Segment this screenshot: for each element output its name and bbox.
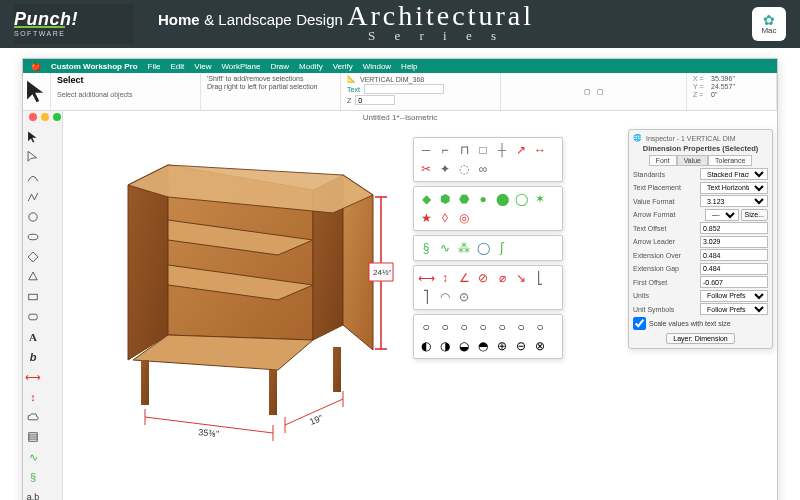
- prop-arrow[interactable]: —◀: [705, 209, 739, 221]
- size-button[interactable]: Size...: [741, 209, 768, 221]
- swirl-icon[interactable]: §: [418, 240, 434, 256]
- tool-cloud[interactable]: [24, 408, 42, 426]
- tool-polyline[interactable]: [24, 188, 42, 206]
- c-icon[interactable]: ⊗: [532, 338, 548, 354]
- menu-app[interactable]: Custom Workshop Pro: [51, 62, 138, 71]
- tool-helix[interactable]: §: [24, 468, 42, 486]
- c-icon[interactable]: ○: [513, 319, 529, 335]
- close-icon[interactable]: [29, 113, 37, 121]
- open-icon[interactable]: ◠: [437, 289, 453, 305]
- gstar-icon[interactable]: ✶: [532, 191, 548, 207]
- c-icon[interactable]: ○: [418, 319, 434, 335]
- menu-file[interactable]: File: [148, 62, 161, 71]
- dblarr-icon[interactable]: ↔: [532, 142, 548, 158]
- c-icon[interactable]: ○: [475, 319, 491, 335]
- layer-button[interactable]: Layer: Dimension: [666, 333, 734, 344]
- tool-dna[interactable]: ∿: [24, 448, 42, 466]
- flyout-lines[interactable]: ─ ⌐ ⊓ □ ┼ ↗ ↔ ✂ ✦ ◌ ∞: [413, 137, 563, 182]
- dna-icon[interactable]: ∿: [437, 240, 453, 256]
- c-icon[interactable]: ◓: [475, 338, 491, 354]
- menu-draw[interactable]: Draw: [270, 62, 289, 71]
- prop-firstoffset[interactable]: [700, 276, 768, 288]
- prism3-icon[interactable]: ⬣: [456, 191, 472, 207]
- tool-ellipse[interactable]: [24, 228, 42, 246]
- inspector-panel[interactable]: 🌐Inspector - 1 VERTICAL DIM Dimension Pr…: [628, 129, 773, 349]
- menu-edit[interactable]: Edit: [170, 62, 184, 71]
- tool-dim-v[interactable]: ↕: [24, 388, 42, 406]
- prism1-icon[interactable]: ◆: [418, 191, 434, 207]
- tool-line[interactable]: [24, 168, 42, 186]
- tool-arc[interactable]: [24, 268, 42, 286]
- inspector-tabs[interactable]: Font Value Tolerance: [633, 155, 768, 166]
- tool-text[interactable]: A: [24, 328, 42, 346]
- tool-bold[interactable]: b: [24, 348, 42, 366]
- arrow-icon[interactable]: ↗: [513, 142, 529, 158]
- prop-valueformat[interactable]: 3.123: [700, 195, 768, 207]
- window-traffic-lights[interactable]: [29, 113, 61, 121]
- zoom-icon[interactable]: [53, 113, 61, 121]
- cutline-icon[interactable]: ✂: [418, 161, 434, 177]
- viewport-3d[interactable]: 35⅜" 19" 24½" ─ ⌐ ⊓: [63, 111, 777, 500]
- prism2-icon[interactable]: ⬢: [437, 191, 453, 207]
- c-icon[interactable]: ○: [532, 319, 548, 335]
- prop-extgap[interactable]: [700, 263, 768, 275]
- c-icon[interactable]: ○: [494, 319, 510, 335]
- tab-font[interactable]: Font: [649, 155, 677, 166]
- cylinder-icon[interactable]: ●: [475, 191, 491, 207]
- rstar-icon[interactable]: ★: [418, 210, 434, 226]
- apple-menu-icon[interactable]: 🍎: [31, 62, 41, 71]
- minimize-icon[interactable]: [41, 113, 49, 121]
- plus-icon[interactable]: ┼: [494, 142, 510, 158]
- flyout-dimensions[interactable]: ⟷ ↕ ∠ ⊘ ⌀ ↘ ⎣ ⎤ ◠ ⊙: [413, 265, 563, 310]
- menu-help[interactable]: Help: [401, 62, 417, 71]
- scale-checkbox[interactable]: [633, 317, 646, 330]
- flyout-curves[interactable]: § ∿ ⁂ ◯ ʃ: [413, 235, 563, 261]
- bracket2-icon[interactable]: ⎤: [418, 289, 434, 305]
- ring-icon[interactable]: ◯: [475, 240, 491, 256]
- tool-ngon[interactable]: [24, 248, 42, 266]
- tool-hatch[interactable]: [24, 428, 42, 446]
- tool-active-cursor[interactable]: [23, 73, 51, 110]
- c-icon[interactable]: ○: [437, 319, 453, 335]
- prop-standards[interactable]: Stacked Fraction: [700, 168, 768, 180]
- rect-icon[interactable]: ⊓: [456, 142, 472, 158]
- torus-icon[interactable]: ◯: [513, 191, 529, 207]
- cluster-icon[interactable]: ⁂: [456, 240, 472, 256]
- prop-units[interactable]: Follow Prefs: [700, 290, 768, 302]
- menu-view[interactable]: View: [194, 62, 211, 71]
- menu-modify[interactable]: Modify: [299, 62, 323, 71]
- dot-icon[interactable]: ⊙: [456, 289, 472, 305]
- dimv-icon[interactable]: ↕: [437, 270, 453, 286]
- prop-unitsymbols[interactable]: Follow Prefs: [700, 303, 768, 315]
- text-field[interactable]: [364, 84, 444, 94]
- dimh-icon[interactable]: ⟷: [418, 270, 434, 286]
- tool-rrect[interactable]: [24, 308, 42, 326]
- tool-dim-h[interactable]: ⟷: [24, 368, 42, 386]
- dimdia-icon[interactable]: ⌀: [494, 270, 510, 286]
- flyout-circles[interactable]: ○○ ○○ ○○ ○◐ ◑◒ ◓⊕ ⊖⊗: [413, 314, 563, 359]
- c-icon[interactable]: ⊖: [513, 338, 529, 354]
- curl-icon[interactable]: ʃ: [494, 240, 510, 256]
- tool-cursor[interactable]: [24, 128, 42, 146]
- dimang-icon[interactable]: ∠: [456, 270, 472, 286]
- sphere-icon[interactable]: ⬤: [494, 191, 510, 207]
- flyout-solids[interactable]: ◆ ⬢ ⬣ ● ⬤ ◯ ✶ ★ ◊ ◎: [413, 186, 563, 231]
- prop-textoffset[interactable]: [700, 222, 768, 234]
- c-icon[interactable]: ⊕: [494, 338, 510, 354]
- side-toolbar[interactable]: A b ⟷ ↕ ∿ § a,b ✋ 🔍: [23, 111, 63, 500]
- dimrad-icon[interactable]: ⊘: [475, 270, 491, 286]
- menu-workplane[interactable]: WorkPlane: [221, 62, 260, 71]
- tool-args[interactable]: a,b: [24, 488, 42, 500]
- menubar[interactable]: 🍎 Custom Workshop Pro File Edit View Wor…: [23, 59, 777, 73]
- c-icon[interactable]: ◐: [418, 338, 434, 354]
- circle-dashed-icon[interactable]: ◌: [456, 161, 472, 177]
- c-icon[interactable]: ◒: [456, 338, 472, 354]
- donut-icon[interactable]: ◎: [456, 210, 472, 226]
- prop-extover[interactable]: [700, 249, 768, 261]
- seg-icon[interactable]: ─: [418, 142, 434, 158]
- prop-placement[interactable]: Text Horizontal: [700, 182, 768, 194]
- prop-arrowleader[interactable]: [700, 236, 768, 248]
- tab-tolerance[interactable]: Tolerance: [708, 155, 752, 166]
- leader-icon[interactable]: ↘: [513, 270, 529, 286]
- tool-circle[interactable]: [24, 208, 42, 226]
